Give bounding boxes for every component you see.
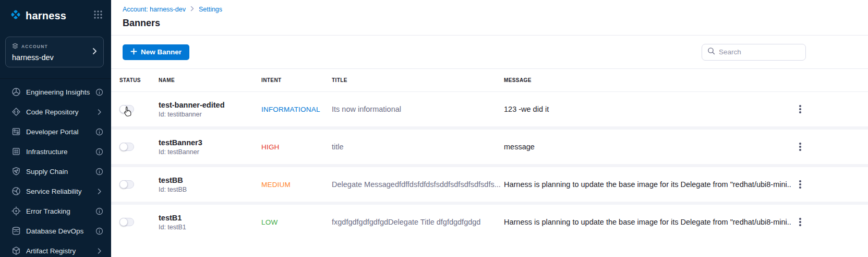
info-icon[interactable] [95,168,103,176]
new-banner-label: New Banner [141,48,182,56]
column-header-intent: INTENT [261,77,332,83]
sidebar-header: harness [0,0,111,23]
account-name: harness-dev [12,53,97,62]
search-box [702,44,806,61]
harness-logo-text: harness [26,10,66,22]
code-repository-icon [11,107,21,116]
column-header-title: TITLE [332,77,504,83]
breadcrumb: Account: harness-dev Settings [123,6,857,13]
plus-icon [130,48,137,56]
sidebar-item-code-repository[interactable]: Code Repository [0,102,111,122]
sidebar-item-engineering-insights[interactable]: Engineering Insights [0,82,111,102]
info-icon[interactable] [95,227,103,235]
column-header-name: NAME [159,77,261,83]
banner-status-toggle[interactable] [119,180,134,189]
engineering-insights-icon [11,87,21,97]
sidebar-item-service-reliability[interactable]: Service Reliability [0,181,111,201]
banner-status-toggle[interactable] [119,218,134,226]
account-label: ACCOUNT [21,44,48,49]
search-input[interactable] [719,48,800,56]
sidebar-item-infrastructure[interactable]: Infrastructure [0,142,111,161]
table-row[interactable]: testBanner3 Id: testBanner HIGH title me… [111,130,868,164]
app-root: harness [0,0,868,257]
row-menu-kebab-icon[interactable] [795,177,805,192]
banner-intent: HIGH [261,143,280,151]
chevron-right-icon [95,108,103,116]
chevron-right-icon [95,247,103,255]
database-devops-icon [11,226,21,236]
banner-intent: INFORMATIONAL [261,106,320,113]
toolbar: New Banner [111,35,868,68]
sidebar-item-label: Database DevOps [26,227,90,235]
search-icon [707,47,715,57]
table-header: STATUS NAME INTENT TITLE MESSAGE [111,68,868,92]
chevron-right-icon [95,188,103,195]
infrastructure-icon [11,147,21,156]
column-header-message: MESSAGE [504,77,791,83]
banner-title: title [332,143,344,151]
banner-id: Id: testitbanner [159,111,261,118]
account-layers-icon [12,42,18,51]
sidebar-item-label: Service Reliability [26,188,90,195]
breadcrumb-settings-link[interactable]: Settings [199,6,222,13]
sidebar-item-developer-portal[interactable]: Developer Portal [0,122,111,142]
banner-title: fxgdfgdfgdfgdfgdDelegate Title dfgfdgdfg… [332,218,480,226]
account-selector[interactable]: ACCOUNT harness-dev [5,37,104,67]
sidebar-item-artifact-registry[interactable]: Artifact Registry [0,241,111,257]
main-content: Account: harness-dev Settings Banners Ne… [111,0,868,257]
harness-logo[interactable]: harness [9,8,66,23]
error-tracking-icon [11,206,21,216]
table-row[interactable]: test-banner-edited Id: testitbanner INFO… [111,92,868,126]
banner-intent: MEDIUM [261,181,291,189]
sidebar-item-supply-chain[interactable]: Supply Chain [0,161,111,181]
sidebar: harness [0,0,111,257]
banner-title: Delegate Messagedfdffdsfdfdsfsddfsdfsdfs… [332,180,501,189]
sidebar-item-label: Error Tracking [26,207,90,215]
account-chevron-right-icon [92,48,97,57]
column-header-status: STATUS [119,77,159,83]
supply-chain-icon [11,167,21,176]
table-body: test-banner-edited Id: testitbanner INFO… [111,92,868,239]
info-icon[interactable] [95,148,103,156]
sidebar-item-label: Infrastructure [26,148,90,156]
sidebar-item-label: Artifact Registry [26,247,90,255]
table-row[interactable]: testB1 Id: testB1 LOW fxgdfgdfgdfgdfgdDe… [111,205,868,239]
sidebar-item-label: Developer Portal [26,128,90,136]
new-banner-button[interactable]: New Banner [123,44,189,60]
banner-name: testBanner3 [159,138,261,147]
row-menu-kebab-icon[interactable] [795,139,805,154]
apps-grid-icon[interactable] [93,10,103,21]
banner-message: Harness is planning to update the base i… [504,218,791,226]
banner-id: Id: testBanner [159,148,261,156]
table-row[interactable]: testBB Id: testBB MEDIUM Delegate Messag… [111,167,868,202]
sidebar-item-label: Engineering Insights [26,88,90,96]
row-menu-kebab-icon[interactable] [795,102,805,116]
artifact-registry-icon [11,246,21,255]
banner-intent: LOW [261,218,278,226]
page-header: Account: harness-dev Settings Banners [111,0,868,35]
banner-name: testB1 [159,214,261,222]
banner-id: Id: testBB [159,186,261,193]
sidebar-item-database-devops[interactable]: Database DevOps [0,221,111,241]
info-icon[interactable] [95,207,103,215]
breadcrumb-account-link[interactable]: Account: harness-dev [123,6,186,13]
sidebar-nav: Engineering Insights Code Repository [0,78,111,257]
service-reliability-icon [11,186,21,196]
banner-name: testBB [159,176,261,184]
banner-status-toggle[interactable] [119,105,134,113]
page-title: Banners [123,18,857,35]
row-menu-kebab-icon[interactable] [795,215,805,229]
banner-message: Harness is planning to update the base i… [504,180,791,189]
info-icon[interactable] [95,88,103,96]
banner-status-toggle[interactable] [119,143,134,151]
banner-title: Its now informational [332,105,401,113]
sidebar-item-label: Code Repository [26,108,90,116]
sidebar-item-error-tracking[interactable]: Error Tracking [0,201,111,221]
banner-id: Id: testB1 [159,224,261,231]
banner-message: 123 -we did it [504,105,549,113]
banner-message: message [504,143,535,151]
harness-logo-icon [9,8,22,23]
breadcrumb-chevron-icon [190,6,194,13]
info-icon[interactable] [95,128,103,136]
banner-name: test-banner-edited [159,101,261,109]
